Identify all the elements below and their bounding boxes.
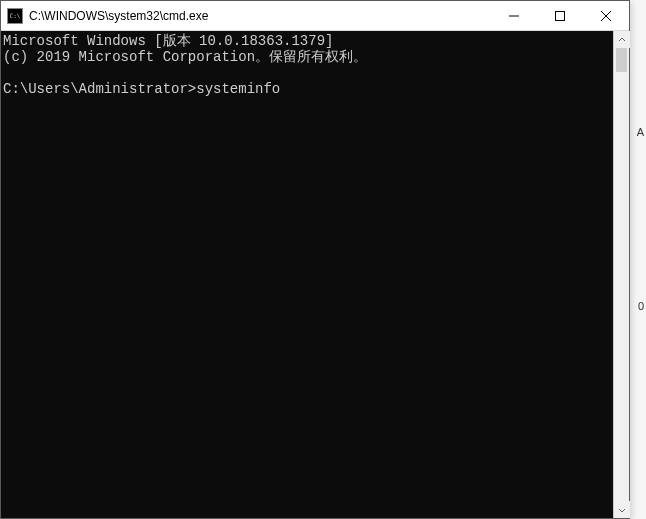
scrollbar-thumb[interactable]	[616, 48, 627, 72]
console-prompt: C:\Users\Administrator>	[3, 81, 196, 97]
bg-char: 0	[638, 300, 644, 312]
cmd-icon	[7, 8, 23, 24]
console-command: systeminfo	[196, 81, 280, 97]
console-line: (c) 2019 Microsoft Corporation。保留所有权利。	[3, 49, 367, 65]
scrollbar-track[interactable]	[614, 48, 629, 501]
minimize-button[interactable]	[491, 1, 537, 31]
bg-char: A	[637, 126, 644, 138]
close-button[interactable]	[583, 1, 629, 31]
titlebar[interactable]: C:\WINDOWS\system32\cmd.exe	[1, 1, 629, 31]
svg-rect-1	[556, 12, 565, 21]
scroll-down-button[interactable]	[614, 501, 630, 518]
window-controls	[491, 1, 629, 30]
vertical-scrollbar[interactable]	[613, 31, 629, 518]
maximize-icon	[555, 11, 565, 21]
maximize-button[interactable]	[537, 1, 583, 31]
console-line: Microsoft Windows [版本 10.0.18363.1379]	[3, 33, 333, 49]
scroll-up-button[interactable]	[614, 31, 630, 48]
console-area: Microsoft Windows [版本 10.0.18363.1379] (…	[1, 31, 629, 518]
chevron-down-icon	[618, 506, 626, 514]
text-cursor	[280, 91, 288, 93]
cmd-window: C:\WINDOWS\system32\cmd.exe Microsoft Wi…	[0, 0, 630, 519]
window-title: C:\WINDOWS\system32\cmd.exe	[29, 9, 491, 23]
chevron-up-icon	[618, 36, 626, 44]
minimize-icon	[509, 11, 519, 21]
close-icon	[601, 11, 611, 21]
console-output[interactable]: Microsoft Windows [版本 10.0.18363.1379] (…	[1, 31, 613, 518]
